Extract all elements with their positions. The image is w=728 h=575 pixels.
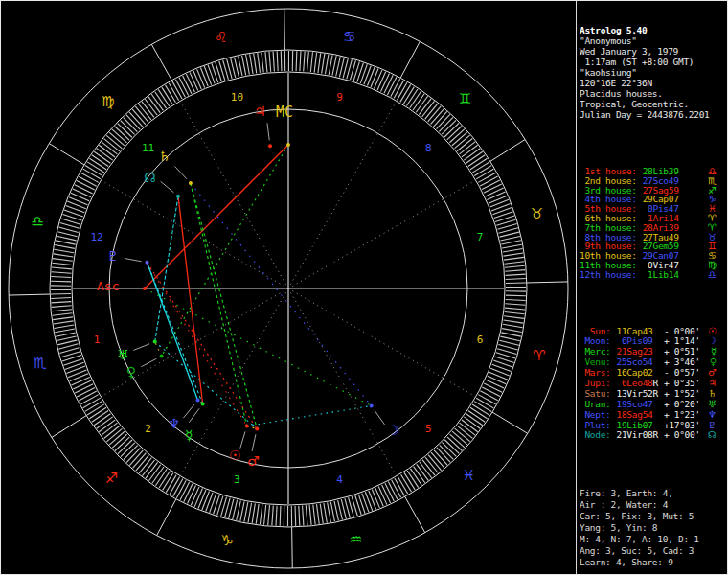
degree-tick <box>470 158 488 169</box>
degree-tick <box>55 329 75 333</box>
degree-tick <box>388 482 398 500</box>
degree-tick <box>239 57 242 77</box>
planet-velocity: + 0°00' <box>664 430 700 441</box>
aspect-line-neptune-pluto <box>147 263 197 401</box>
degree-tick <box>250 54 253 74</box>
degree-tick <box>505 304 525 305</box>
degree-tick <box>328 502 331 522</box>
degree-tick <box>382 485 391 503</box>
degree-tick <box>273 52 274 72</box>
degree-tick <box>244 502 248 522</box>
degree-tick <box>272 505 273 525</box>
degree-tick <box>375 70 382 88</box>
stat-line: M: 4, N: 7, A: 10, D: 1 <box>580 534 725 545</box>
mc-dot <box>286 143 290 147</box>
saturn-icon: ♄ <box>158 149 171 164</box>
degree-tick <box>53 313 73 315</box>
degree-tick <box>504 257 524 260</box>
stat-line: Fire: 3, Earth: 4, <box>580 488 725 499</box>
degree-tick <box>500 232 519 237</box>
planet-pointer <box>161 181 174 193</box>
planet-row: Nept:18Sag54 + 1°23'♆ <box>580 410 725 421</box>
degree-tick <box>299 506 300 526</box>
header-line: Wed January 3, 1979 <box>580 46 725 57</box>
degree-tick <box>51 302 71 303</box>
house-cusp-line <box>288 288 476 397</box>
degree-tick <box>71 193 89 200</box>
planet-pointer <box>189 408 199 422</box>
aspect-line-saturn-mars <box>191 183 257 428</box>
degree-tick <box>398 476 408 494</box>
degree-tick <box>194 489 202 507</box>
aspect-line-saturn-sun <box>191 183 247 426</box>
planet-pointer <box>125 258 142 261</box>
degree-tick <box>94 414 110 426</box>
sun-icon: ☉ <box>229 448 241 463</box>
zodiac-capricorn-icon: ♑ <box>221 532 234 549</box>
spacer <box>580 301 725 306</box>
degree-tick <box>68 370 86 378</box>
degree-tick <box>410 91 421 107</box>
degree-tick <box>51 294 71 295</box>
house-number: 3 <box>234 473 240 486</box>
degree-tick <box>472 162 489 172</box>
planet-row: Node:21Vir08R+ 0°00'☊ <box>580 430 725 441</box>
degree-tick <box>175 80 185 97</box>
house-number: 4 <box>336 473 343 486</box>
degree-tick <box>310 52 312 72</box>
degree-tick <box>368 67 375 86</box>
degree-tick <box>470 407 488 418</box>
sun-dot <box>245 425 249 428</box>
pluto-dot <box>145 261 148 264</box>
degree-tick <box>92 410 108 422</box>
degree-tick <box>329 55 332 75</box>
degree-tick <box>505 311 525 313</box>
degree-tick <box>407 471 418 488</box>
degree-tick <box>54 249 74 252</box>
house-cusp-line <box>288 101 397 288</box>
planet-icon: ♆ <box>708 410 717 421</box>
degree-tick <box>235 58 239 77</box>
degree-tick <box>83 169 101 179</box>
degree-tick <box>505 265 525 267</box>
zodiac-scorpio-icon: ♏ <box>34 355 47 372</box>
house-number: 12 <box>90 231 102 243</box>
degree-tick <box>77 181 95 191</box>
sign-boundary <box>492 412 528 433</box>
asc-label: Asc <box>97 279 119 293</box>
header-line: Tropical, Geocentric. <box>580 99 725 109</box>
degree-tick <box>158 89 169 106</box>
degree-tick <box>57 236 76 241</box>
moon-icon: ☽ <box>387 423 399 438</box>
degree-tick <box>56 241 76 244</box>
degree-tick <box>80 395 98 404</box>
header-line: Placidus houses. <box>580 88 725 99</box>
degree-tick <box>466 151 483 163</box>
degree-tick <box>392 480 401 497</box>
degree-tick <box>172 81 182 99</box>
degree-tick <box>413 94 424 110</box>
zodiac-virgo-icon: ♍ <box>102 93 114 110</box>
degree-tick <box>472 404 489 415</box>
degree-tick <box>324 503 327 523</box>
chart-wheel: ♈♉♊♋♌♍♎♏♐♑♒♓123456789101112☉☽☿♀♂♃♄♅♆♇☊MC… <box>1 1 576 575</box>
degree-tick <box>506 274 526 275</box>
degree-tick <box>75 384 93 393</box>
planet-icon: ☊ <box>708 430 717 441</box>
degree-tick <box>410 469 421 485</box>
degree-tick <box>208 65 215 84</box>
header-line: "Anonymous" <box>580 35 725 46</box>
degree-tick <box>191 487 199 505</box>
sign-boundary <box>49 144 84 165</box>
house-number: 10 <box>231 91 243 104</box>
degree-tick <box>83 398 101 408</box>
degree-tick <box>52 310 72 311</box>
zodiac-sign-icon: ♎ <box>708 270 717 280</box>
degree-tick <box>313 505 315 525</box>
zodiac-aquarius-icon: ♒ <box>350 531 362 548</box>
degree-tick <box>377 72 386 90</box>
stat-line: Learn: 4, Share: 9 <box>580 557 725 568</box>
zodiac-pisces-icon: ♓ <box>463 467 475 484</box>
degree-tick <box>73 189 91 197</box>
degree-tick <box>296 51 297 71</box>
